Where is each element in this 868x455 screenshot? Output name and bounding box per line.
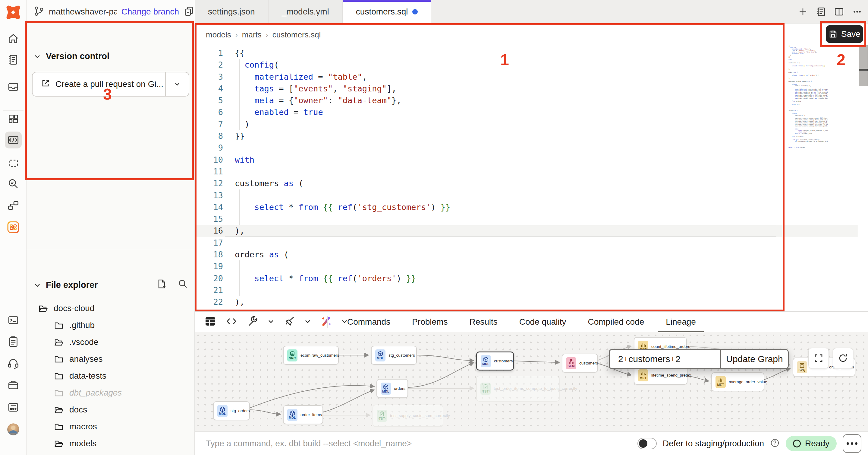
rail-headset-icon[interactable] xyxy=(5,355,22,372)
code-line-10[interactable]: 10with xyxy=(195,154,858,166)
lineage-canvas[interactable]: SRCecom.raw_customersMDLstg_customersMDL… xyxy=(195,332,868,431)
bottom-tab-lineage[interactable]: Lineage xyxy=(655,312,707,332)
lineage-node-customers_sem[interactable]: SEMcustomers xyxy=(562,353,598,373)
file-item-data-tests[interactable]: data-tests xyxy=(27,368,195,385)
code-line-7[interactable]: 7 ) xyxy=(195,118,858,130)
code-line-15[interactable]: 15 xyxy=(195,213,858,225)
rail-keypad-icon[interactable] xyxy=(5,399,22,416)
lineage-node-test_order_items[interactable]: TSTtest_order_items_compute_to_bools_cor… xyxy=(476,376,560,402)
bottom-tab-compiled-code[interactable]: Compiled code xyxy=(577,312,655,332)
code-line-13[interactable]: 13 xyxy=(195,190,858,201)
file-item-dbt_packages[interactable]: dbt_packages xyxy=(27,385,195,401)
code-line-1[interactable]: 1{{ xyxy=(195,47,858,59)
code-view-icon[interactable] xyxy=(225,315,238,329)
rail-clipboard-icon[interactable] xyxy=(5,333,22,350)
file-item-.github[interactable]: .github xyxy=(27,317,195,334)
code-line-5[interactable]: 5 meta = {"owner": "data-team"}, xyxy=(195,94,858,106)
breadcrumb-item[interactable]: customers.sql xyxy=(273,30,321,39)
save-button[interactable]: Save xyxy=(826,25,863,43)
status-badge[interactable]: Ready xyxy=(786,436,837,451)
search-icon[interactable] xyxy=(177,279,188,291)
rail-code-icon[interactable] xyxy=(5,132,22,148)
file-explorer-header[interactable]: File explorer xyxy=(33,279,188,291)
code-line-21[interactable]: 21 xyxy=(195,284,858,296)
code-line-2[interactable]: 2 config( xyxy=(195,59,858,70)
bottom-tab-commands[interactable]: Commands xyxy=(336,312,401,332)
file-item-.vscode[interactable]: .vscode xyxy=(27,334,195,350)
lineage-node-order_items[interactable]: MDLorder_items xyxy=(283,405,323,424)
code-line-6[interactable]: 6 enabled = true xyxy=(195,106,858,118)
code-line-20[interactable]: 20 select * from {{ ref('orders') }} xyxy=(195,273,858,284)
rail-grid-icon[interactable] xyxy=(5,110,22,127)
rail-frame-icon[interactable] xyxy=(5,155,22,172)
editor-scrollbar[interactable] xyxy=(858,45,868,311)
file-item-docs[interactable]: docs xyxy=(27,401,195,418)
new-file-icon[interactable] xyxy=(156,279,167,291)
lineage-selector-input[interactable]: 2+customers+2 xyxy=(610,350,720,368)
create-pr-button[interactable]: Create a pull request on Gi... xyxy=(32,72,189,96)
lineage-node-stg_orders[interactable]: MDLstg_orders xyxy=(213,401,250,420)
file-item-docs-cloud[interactable]: docs-cloud xyxy=(27,300,195,317)
code-line-18[interactable]: 18orders as ( xyxy=(195,249,858,260)
file-item-macros[interactable]: macros xyxy=(27,418,195,435)
rail-search-doc-icon[interactable] xyxy=(5,175,22,192)
file-item-analyses[interactable]: analyses xyxy=(27,350,195,368)
code-line-9[interactable]: 9 xyxy=(195,142,858,153)
tab-_models.yml[interactable]: _models.yml xyxy=(269,0,343,24)
breadcrumb-item[interactable]: marts xyxy=(242,30,261,39)
dbt-logo-icon[interactable] xyxy=(5,4,22,20)
copy-icon[interactable] xyxy=(183,5,195,18)
file-item-marts[interactable]: marts xyxy=(27,452,195,455)
version-control-header[interactable]: Version control xyxy=(33,51,110,61)
tab-settings.json[interactable]: settings.json xyxy=(195,0,269,24)
lineage-node-raw_customers[interactable]: SRCecom.raw_customers xyxy=(283,346,339,365)
lineage-node-avg_order_value[interactable]: METaverage_order_value xyxy=(711,372,764,391)
copilot-wand-icon[interactable] xyxy=(319,315,333,329)
code-line-14[interactable]: 14 select * from {{ ref('stg_customers')… xyxy=(195,201,858,213)
code-line-11[interactable]: 11 xyxy=(195,166,858,177)
rail-notebook-icon[interactable] xyxy=(5,51,22,68)
branch-name[interactable]: matthewshaver-patc xyxy=(49,7,117,17)
minimap[interactable]: {{ config( materialized = "table", tags … xyxy=(788,45,828,214)
bottom-tab-results[interactable]: Results xyxy=(458,312,508,332)
change-branch-link[interactable]: Change branch xyxy=(121,7,179,17)
rail-avatar-icon[interactable] xyxy=(5,421,22,438)
lineage-node-test_supply[interactable]: TSTtest_supply_costs_sum_correctly xyxy=(373,405,443,427)
help-icon[interactable] xyxy=(770,438,780,449)
command-input[interactable]: Type a command, ex. dbt build --select <… xyxy=(206,432,412,455)
tab-customers.sql[interactable]: customers.sql xyxy=(343,0,431,24)
build-tools-icon[interactable] xyxy=(246,315,259,329)
refresh-graph-button[interactable] xyxy=(833,348,853,368)
new-tab-icon[interactable] xyxy=(796,5,809,19)
code-line-16[interactable]: 16), xyxy=(195,225,858,236)
rail-compare-icon[interactable] xyxy=(5,197,22,214)
code-editor[interactable]: models›marts›customers.sql 1{{2 config(3… xyxy=(195,24,868,311)
code-lines[interactable]: 1{{2 config(3 materialized = "table",4 t… xyxy=(195,47,858,332)
code-line-3[interactable]: 3 materialized = "table", xyxy=(195,71,858,83)
rail-canvas-icon[interactable] xyxy=(5,219,22,236)
scrollbar-thumb[interactable] xyxy=(859,45,868,86)
rail-terminal-icon[interactable] xyxy=(5,312,22,329)
results-table-icon[interactable] xyxy=(204,315,217,329)
bottom-tab-problems[interactable]: Problems xyxy=(401,312,458,332)
code-line-8[interactable]: 8}} xyxy=(195,130,858,142)
format-broom-icon[interactable] xyxy=(283,315,296,329)
fullscreen-button[interactable] xyxy=(808,348,829,368)
lineage-node-customers_mdl[interactable]: MDLcustomers xyxy=(476,351,514,371)
build-tools-chevron-icon[interactable] xyxy=(267,317,275,326)
file-item-models[interactable]: models xyxy=(27,435,195,452)
update-graph-button[interactable]: Update Graph xyxy=(720,350,788,368)
code-line-22[interactable]: 22), xyxy=(195,296,858,308)
lineage-node-stg_customers[interactable]: MDLstg_customers xyxy=(371,346,417,365)
lineage-node-orders[interactable]: MDLorders xyxy=(376,379,408,398)
bottom-tab-code-quality[interactable]: Code quality xyxy=(508,312,577,332)
command-more-button[interactable] xyxy=(843,434,861,453)
split-editor-icon[interactable] xyxy=(832,5,846,19)
format-chevron-icon[interactable] xyxy=(304,317,312,326)
more-options-icon[interactable] xyxy=(850,5,864,19)
rail-archive-icon[interactable] xyxy=(5,376,22,394)
rail-home-icon[interactable] xyxy=(5,30,22,47)
pr-dropdown-button[interactable] xyxy=(165,73,189,96)
code-line-19[interactable]: 19 xyxy=(195,260,858,272)
breadcrumb-item[interactable]: models xyxy=(206,30,231,39)
